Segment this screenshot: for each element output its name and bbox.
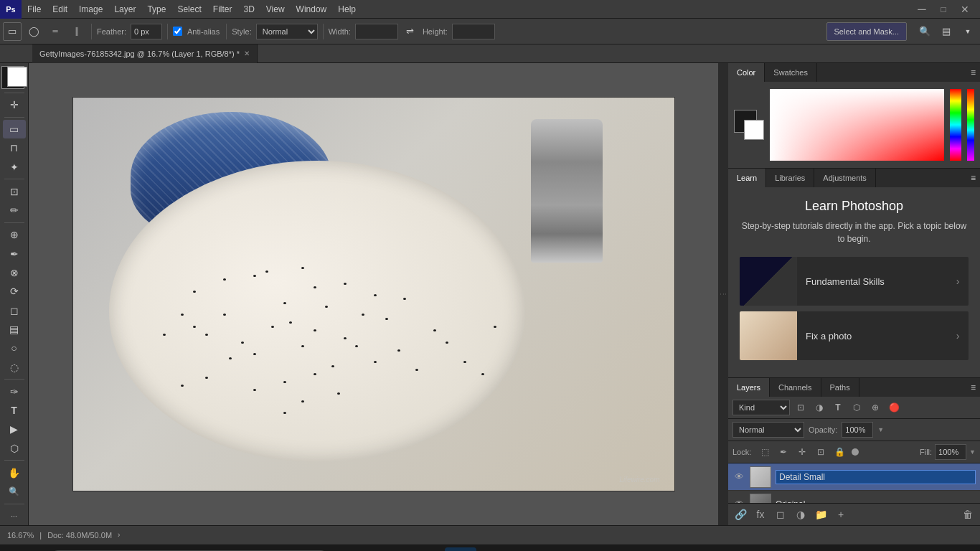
add-mask-btn[interactable]: ◻ [773, 507, 788, 522]
menu-help[interactable]: Help [332, 0, 362, 19]
tab-layers[interactable]: Layers [728, 378, 770, 397]
tab-swatches[interactable]: Swatches [765, 63, 817, 82]
start-button[interactable] [6, 547, 37, 552]
photoshop-taskbar-btn[interactable]: Ps [445, 547, 476, 552]
layer-vis-detail-small[interactable]: 👁 [732, 471, 745, 484]
color-bar[interactable] [950, 89, 961, 161]
zoom-tool[interactable]: 🔍 [3, 483, 26, 501]
style-select[interactable]: Normal Fixed Ratio Fixed Size [256, 24, 318, 39]
path-select-tool[interactable]: ▶ [3, 420, 26, 438]
link-layers-btn[interactable]: 🔗 [732, 507, 748, 522]
add-style-btn[interactable]: fx [753, 507, 768, 522]
marquee-tool[interactable]: ▭ [3, 120, 26, 138]
layer-name-detail-small[interactable]: Detail Small [776, 470, 976, 484]
rect-marquee-tool-btn[interactable]: ▭ [3, 22, 22, 41]
hand-tool[interactable]: ✋ [3, 463, 26, 481]
menu-image[interactable]: Image [73, 0, 108, 19]
quick-select-tool[interactable]: ✦ [3, 158, 26, 176]
menu-window[interactable]: Window [291, 0, 333, 19]
file-explorer-btn[interactable] [376, 547, 407, 552]
dodge-tool[interactable]: ◌ [3, 358, 26, 376]
panel-resize-handle[interactable]: ⋮ [718, 63, 728, 525]
menu-select[interactable]: Select [171, 0, 207, 19]
menu-3d[interactable]: 3D [237, 0, 260, 19]
history-brush[interactable]: ⟳ [3, 283, 26, 301]
tutorial-card-2[interactable]: Fix a photo › [740, 311, 969, 360]
blend-mode-select[interactable]: Normal [732, 422, 804, 438]
minimize-btn[interactable]: ─ [913, 0, 931, 19]
filter-smart-btn[interactable]: ⊕ [867, 400, 883, 415]
antialias-checkbox[interactable] [173, 27, 182, 36]
lasso-tool[interactable]: ⊓ [3, 139, 26, 157]
opacity-dropdown[interactable]: ▼ [877, 426, 884, 433]
fill-input[interactable] [935, 444, 966, 460]
layer-vis-original[interactable]: 👁 [732, 498, 745, 504]
gradient-tool[interactable]: ▤ [3, 320, 26, 338]
healing-tool[interactable]: ⊕ [3, 226, 26, 244]
color-panel-menu[interactable]: ≡ [971, 63, 980, 82]
rainbow-bar[interactable] [967, 89, 974, 161]
lock-position-btn[interactable]: ✛ [794, 444, 810, 460]
tab-libraries[interactable]: Libraries [766, 169, 814, 187]
tab-paths[interactable]: Paths [821, 378, 859, 397]
filter-adjustment-btn[interactable]: ◑ [811, 400, 827, 415]
swap-dimensions-btn[interactable]: ⇌ [401, 22, 420, 41]
background-color-swatch[interactable] [744, 120, 764, 140]
menu-type[interactable]: Type [141, 0, 171, 19]
document-tab[interactable]: GettyImages-76185342.jpg @ 16.7% (Layer … [32, 44, 258, 63]
color-spectrum[interactable] [770, 89, 944, 161]
tab-channels[interactable]: Channels [770, 378, 821, 397]
tab-color[interactable]: Color [728, 63, 765, 82]
tab-learn[interactable]: Learn [728, 169, 766, 187]
layer-row-original[interactable]: 👁 Original [728, 491, 980, 503]
status-expand-btn[interactable]: › [118, 531, 120, 539]
workspace-arrow-btn[interactable]: ▼ [958, 22, 977, 41]
eyedropper-tool[interactable]: ✏ [3, 202, 26, 220]
canvas-area[interactable]: Lifewire.com [29, 63, 718, 525]
maximize-btn[interactable]: □ [934, 0, 953, 19]
menu-filter[interactable]: Filter [207, 0, 238, 19]
close-btn[interactable]: ✕ [956, 0, 974, 19]
menu-layer[interactable]: Layer [108, 0, 141, 19]
width-input[interactable] [355, 24, 398, 39]
menu-edit[interactable]: Edit [47, 0, 73, 19]
col-marquee-btn[interactable]: ║ [67, 22, 86, 41]
add-group-btn[interactable]: 📁 [813, 507, 829, 522]
height-input[interactable] [452, 24, 495, 39]
layer-filter-select[interactable]: Kind [732, 400, 790, 415]
background-color[interactable] [7, 67, 27, 87]
filter-shape-btn[interactable]: ⬡ [849, 400, 864, 415]
add-adjustment-btn[interactable]: ◑ [793, 507, 809, 522]
layer-row-detail-small[interactable]: 👁 Detail Small [728, 463, 980, 491]
opacity-input[interactable] [842, 422, 873, 438]
tutorial-card-1[interactable]: Fundamental Skills › [740, 257, 969, 306]
search-btn[interactable]: 🔍 [915, 22, 934, 41]
lock-artboard-btn[interactable]: ⊡ [813, 444, 829, 460]
text-tool[interactable]: T [3, 401, 26, 419]
lock-transparent-btn[interactable]: ⬚ [757, 444, 773, 460]
learn-panel-menu[interactable]: ≡ [971, 173, 980, 183]
task-view-btn[interactable] [341, 547, 373, 552]
menu-file[interactable]: File [22, 0, 47, 19]
select-mask-button[interactable]: Select and Mask... [826, 22, 908, 41]
filter-type-btn[interactable]: ⊡ [793, 400, 809, 415]
lock-paint-btn[interactable]: ✒ [776, 444, 791, 460]
add-layer-btn[interactable]: + [833, 507, 849, 522]
lock-all-btn[interactable]: 🔒 [831, 444, 847, 460]
clone-tool[interactable]: ⊗ [3, 263, 26, 281]
blur-tool[interactable]: ○ [3, 339, 26, 357]
layers-panel-menu[interactable]: ≡ [971, 382, 980, 392]
brush-tool[interactable]: ✒ [3, 245, 26, 263]
document-tab-close[interactable]: ✕ [244, 50, 250, 57]
edit-toolbar-btn[interactable]: ··· [3, 507, 26, 525]
chrome-btn[interactable] [410, 547, 442, 552]
pen-tool[interactable]: ✑ [3, 382, 26, 400]
ellipse-marquee-btn[interactable]: ◯ [24, 22, 43, 41]
menu-view[interactable]: View [260, 0, 291, 19]
tab-adjustments[interactable]: Adjustments [814, 169, 876, 187]
eraser-tool[interactable]: ◻ [3, 301, 26, 319]
feather-input[interactable] [131, 24, 162, 39]
filter-text-btn[interactable]: T [830, 400, 846, 415]
delete-layer-btn[interactable]: 🗑 [960, 507, 976, 522]
shape-tool[interactable]: ⬡ [3, 439, 26, 457]
